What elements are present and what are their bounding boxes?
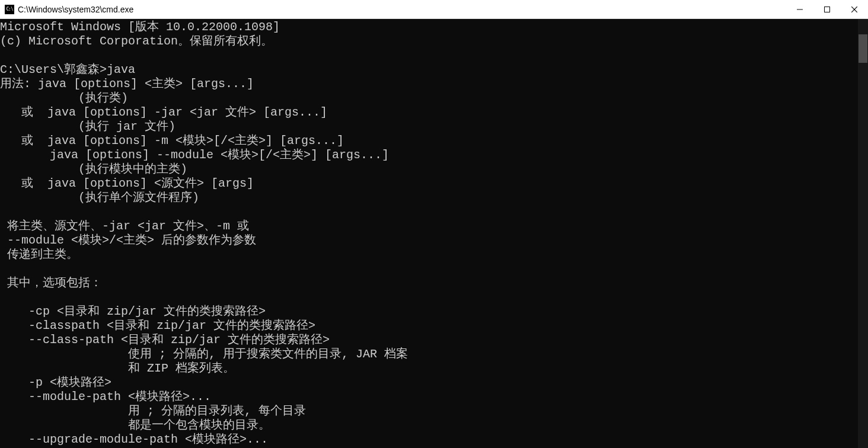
window-title: C:\Windows\system32\cmd.exe: [18, 5, 786, 14]
scrollbar-thumb[interactable]: [859, 34, 867, 63]
terminal-area: Microsoft Windows [版本 10.0.22000.1098] (…: [0, 19, 868, 448]
window-controls: [786, 0, 868, 18]
terminal-output[interactable]: Microsoft Windows [版本 10.0.22000.1098] (…: [0, 19, 858, 448]
maximize-icon: [824, 7, 830, 12]
svg-rect-1: [825, 7, 830, 12]
cmd-icon: C:\: [5, 5, 14, 14]
minimize-icon: [797, 7, 803, 12]
cmd-window: C:\ C:\Windows\system32\cmd.exe: [0, 0, 868, 448]
close-button[interactable]: [841, 0, 868, 18]
close-icon: [851, 7, 857, 12]
minimize-button[interactable]: [786, 0, 813, 18]
titlebar[interactable]: C:\ C:\Windows\system32\cmd.exe: [0, 0, 868, 19]
vertical-scrollbar[interactable]: [858, 19, 868, 448]
maximize-button[interactable]: [813, 0, 841, 18]
